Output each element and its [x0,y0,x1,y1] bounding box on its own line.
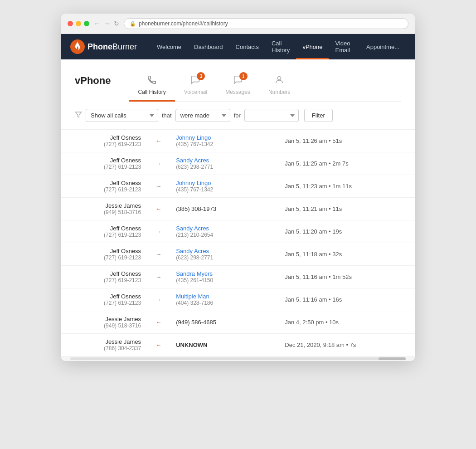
maximize-btn[interactable] [84,21,89,26]
svg-point-1 [278,77,281,80]
caller-number: (727) 619-2123 [68,254,141,261]
inbound-arrow-icon: ← [155,319,161,326]
voicemail-badge: 3 [197,72,205,80]
logo-text: PhoneBurner [87,42,137,52]
caller-number: (949) 518-3716 [68,209,141,215]
contact-name[interactable]: Sandy Acres [176,157,270,164]
caller-name: Jeff Osness [68,248,141,254]
close-btn[interactable] [68,21,73,26]
call-time: Jan 5, 11:16 am • 1m 52s [277,266,415,288]
messages-icon: 1 [233,75,243,87]
table-row: Jessie James (786) 304-2337 ← UNKNOWN De… [61,334,415,356]
nav-welcome[interactable]: Welcome [151,34,188,59]
page-content: vPhone Call History [61,59,415,361]
nav-videoemail[interactable]: Video Email [329,34,360,59]
url-bar[interactable]: 🔒 phoneburner.com/phone/#/callhistory [124,18,408,29]
logo[interactable]: PhoneBurner [70,39,137,54]
nav-contacts[interactable]: Contacts [229,34,265,59]
filter-icon [75,111,82,120]
for-select[interactable] [244,109,299,122]
nav-dashboard[interactable]: Dashboard [188,34,229,59]
call-direction: ← [148,311,169,334]
outbound-arrow-icon: → [155,183,161,190]
contact-name[interactable]: Multiple Man [176,293,270,300]
outbound-arrow-icon: → [155,251,161,258]
minimize-btn[interactable] [76,21,81,26]
svg-point-0 [70,39,85,54]
filter-button[interactable]: Filter [304,109,333,122]
call-direction: → [148,243,169,266]
caller-info: Jeff Osness (727) 619-2123 [61,152,148,175]
contact-number: (435) 261-4150 [176,277,270,283]
caller-info: Jeff Osness (727) 619-2123 [61,130,148,152]
call-time: Jan 5, 11:16 am • 16s [277,288,415,311]
caller-name: Jessie James [68,338,141,345]
contact-info: Multiple Man (404) 328-7186 [169,288,277,311]
browser-nav: ← → ↻ [94,20,119,27]
call-direction: ← [148,334,169,356]
tab-messages-label: Messages [225,89,250,95]
for-label: for [234,112,241,119]
table-row: Jeff Osness (727) 619-2123 → Multiple Ma… [61,288,415,311]
tab-numbers[interactable]: Numbers [259,68,300,101]
inbound-arrow-icon: ← [155,205,161,212]
contact-number: (623) 298-2771 [176,254,270,261]
tab-callhistory[interactable]: Call History [129,68,175,101]
contact-number: (623) 298-2771 [176,164,270,170]
table-row: Jessie James (949) 518-3716 ← (949) 586-… [61,311,415,334]
nav-appointments[interactable]: Appointme... [360,34,406,59]
show-calls-select[interactable]: Show all calls Show missed calls Show ou… [86,109,158,122]
call-time: Jan 5, 11:26 am • 51s [277,130,415,152]
contact-info: UNKNOWN [169,334,277,356]
caller-name: Jessie James [68,316,141,322]
lock-icon: 🔒 [130,21,136,27]
call-table-wrapper: Jeff Osness (727) 619-2123 ← Johnny Ling… [61,130,415,356]
call-direction: → [148,175,169,198]
call-direction: → [148,266,169,288]
inbound-arrow-icon: ← [155,342,161,348]
browser-toolbar: ← → ↻ 🔒 phoneburner.com/phone/#/callhist… [61,14,415,34]
url-text: phoneburner.com/phone/#/callhistory [139,20,228,27]
nav-vphone[interactable]: vPhone [296,34,329,59]
contact-info: (949) 586-4685 [169,311,277,334]
caller-number: (727) 619-2123 [68,300,141,306]
caller-name: Jeff Osness [68,270,141,277]
contact-name[interactable]: Johnny Lingo [176,134,270,141]
call-time: Jan 5, 11:21 am • 11s [277,198,415,220]
contact-name[interactable]: Sandra Myers [176,270,270,277]
caller-number: (949) 518-3716 [68,322,141,329]
contact-name[interactable]: Sandy Acres [176,225,270,232]
refresh-button[interactable]: ↻ [114,20,119,27]
scrollbar-thumb[interactable] [379,357,406,360]
contact-info: Sandy Acres (623) 298-2771 [169,243,277,266]
contact-name[interactable]: Sandy Acres [176,248,270,254]
contact-info: (385) 308-1973 [169,198,277,220]
page-header: vPhone Call History [61,59,415,102]
that-label: that [162,112,172,119]
contact-info: Johnny Lingo (435) 767-1342 [169,130,277,152]
inbound-arrow-icon: ← [155,137,161,144]
table-row: Jeff Osness (727) 619-2123 → Johnny Ling… [61,175,415,198]
call-direction: → [148,288,169,311]
caller-number: (727) 619-2123 [68,164,141,170]
callhistory-icon [147,75,157,87]
scrollbar-track [70,357,406,360]
caller-number: (727) 619-2123 [68,141,141,147]
contact-name[interactable]: Johnny Lingo [176,180,270,186]
call-time: Jan 5, 11:25 am • 2m 7s [277,152,415,175]
outbound-arrow-icon: → [155,296,161,303]
back-button[interactable]: ← [94,20,100,27]
tab-messages[interactable]: 1 Messages [216,68,259,101]
messages-badge: 1 [239,72,248,80]
svg-marker-2 [75,112,81,117]
contact-info: Sandy Acres (623) 298-2771 [169,152,277,175]
scrollbar[interactable] [61,356,415,361]
nav-callhistory[interactable]: Call History [265,34,296,59]
were-made-select[interactable]: were made were received [175,109,230,122]
browser-buttons [68,21,89,26]
tab-voicemail[interactable]: 3 Voicemail [175,68,216,101]
caller-info: Jeff Osness (727) 619-2123 [61,175,148,198]
forward-button[interactable]: → [104,20,110,27]
contact-info: Johnny Lingo (435) 767-1342 [169,175,277,198]
table-row: Jeff Osness (727) 619-2123 → Sandy Acres… [61,152,415,175]
